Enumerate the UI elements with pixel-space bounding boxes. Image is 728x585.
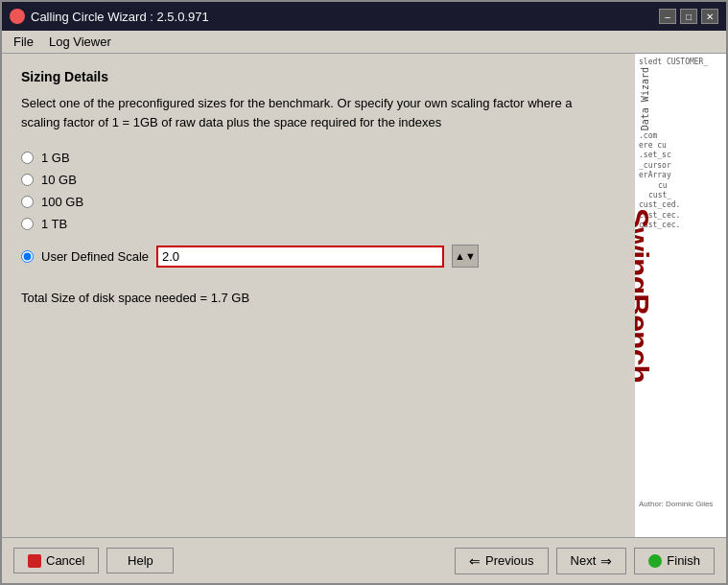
radio-row-1gb: 1 GB bbox=[21, 151, 616, 165]
description-text: Select one of the preconfigured sizes fo… bbox=[21, 94, 577, 131]
menu-log-viewer[interactable]: Log Viewer bbox=[41, 33, 119, 51]
footer: Cancel Help ⇐ Previous Next ⇒ Finish bbox=[2, 537, 726, 583]
radio-10gb[interactable] bbox=[21, 174, 34, 186]
sidebar-content: sledt CUSTOMER_ Data Wizard .com ere cu … bbox=[635, 54, 726, 537]
app-icon bbox=[10, 9, 25, 24]
title-bar: Calling Circle Wizard : 2.5.0.971 – □ ✕ bbox=[2, 2, 726, 31]
footer-left: Cancel Help bbox=[13, 548, 174, 573]
finish-icon bbox=[648, 554, 662, 568]
radio-row-100gb: 100 GB bbox=[21, 195, 616, 209]
size-radio-group: 1 GB 10 GB 100 GB 1 TB bbox=[21, 151, 616, 231]
title-bar-controls: – □ ✕ bbox=[659, 9, 718, 24]
menu-bar: File Log Viewer bbox=[2, 31, 726, 54]
previous-button[interactable]: ⇐ Previous bbox=[455, 548, 549, 574]
footer-right: ⇐ Previous Next ⇒ Finish bbox=[455, 548, 715, 574]
cancel-label: Cancel bbox=[46, 553, 84, 568]
total-size-label: Total Size of disk space needed = 1.7 GB bbox=[21, 291, 616, 305]
radio-user-defined[interactable] bbox=[21, 250, 34, 263]
finish-label: Finish bbox=[667, 553, 700, 568]
swingbench-logo: SwingBench bbox=[635, 208, 654, 383]
cancel-button[interactable]: Cancel bbox=[13, 548, 99, 573]
menu-file[interactable]: File bbox=[6, 33, 41, 51]
radio-row-1tb: 1 TB bbox=[21, 217, 616, 231]
content-area: Sizing Details Select one of the preconf… bbox=[2, 54, 726, 537]
label-1tb: 1 TB bbox=[41, 217, 67, 231]
label-1gb: 1 GB bbox=[41, 151, 70, 165]
help-label: Help bbox=[128, 553, 153, 568]
title-bar-left: Calling Circle Wizard : 2.5.0.971 bbox=[10, 9, 209, 24]
user-defined-scale-input[interactable] bbox=[156, 246, 444, 268]
label-100gb: 100 GB bbox=[41, 195, 83, 209]
radio-row-10gb: 10 GB bbox=[21, 173, 616, 187]
right-panel: sledt CUSTOMER_ Data Wizard .com ere cu … bbox=[635, 54, 726, 537]
previous-label: Previous bbox=[485, 553, 534, 568]
label-10gb: 10 GB bbox=[41, 173, 77, 187]
finish-button[interactable]: Finish bbox=[634, 548, 715, 574]
main-panel: Sizing Details Select one of the preconf… bbox=[2, 54, 635, 537]
cancel-icon bbox=[28, 554, 41, 568]
radio-100gb[interactable] bbox=[21, 196, 34, 208]
previous-arrow-icon: ⇐ bbox=[469, 553, 481, 569]
next-label: Next bbox=[571, 553, 597, 568]
maximize-button[interactable]: □ bbox=[680, 9, 697, 24]
help-button[interactable]: Help bbox=[106, 548, 174, 573]
minimize-button[interactable]: – bbox=[659, 9, 676, 24]
label-user-defined: User Defined Scale bbox=[41, 249, 149, 264]
main-window: Calling Circle Wizard : 2.5.0.971 – □ ✕ … bbox=[0, 0, 728, 585]
spinner-button[interactable]: ▲▼ bbox=[452, 245, 479, 268]
next-button[interactable]: Next ⇒ bbox=[556, 548, 627, 574]
user-defined-row: User Defined Scale ▲▼ bbox=[21, 245, 616, 268]
radio-1tb[interactable] bbox=[21, 218, 34, 230]
window-title: Calling Circle Wizard : 2.5.0.971 bbox=[31, 10, 209, 24]
close-button[interactable]: ✕ bbox=[701, 9, 718, 24]
author-text: Author: Dominic Giles bbox=[639, 500, 713, 508]
radio-1gb[interactable] bbox=[21, 152, 34, 164]
next-arrow-icon: ⇒ bbox=[600, 553, 612, 569]
section-title: Sizing Details bbox=[21, 69, 616, 84]
